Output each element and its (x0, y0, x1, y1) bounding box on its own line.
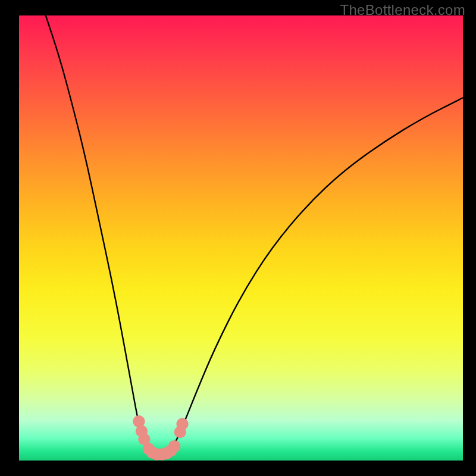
chart-svg (19, 15, 463, 461)
marker-point (176, 418, 188, 430)
watermark: TheBottleneck.com (340, 2, 465, 18)
marker-point (168, 440, 180, 452)
bottleneck-curve (46, 15, 463, 454)
chart-frame: TheBottleneck.com (0, 0, 476, 476)
plot-area (19, 15, 463, 461)
curve-markers (133, 415, 188, 461)
